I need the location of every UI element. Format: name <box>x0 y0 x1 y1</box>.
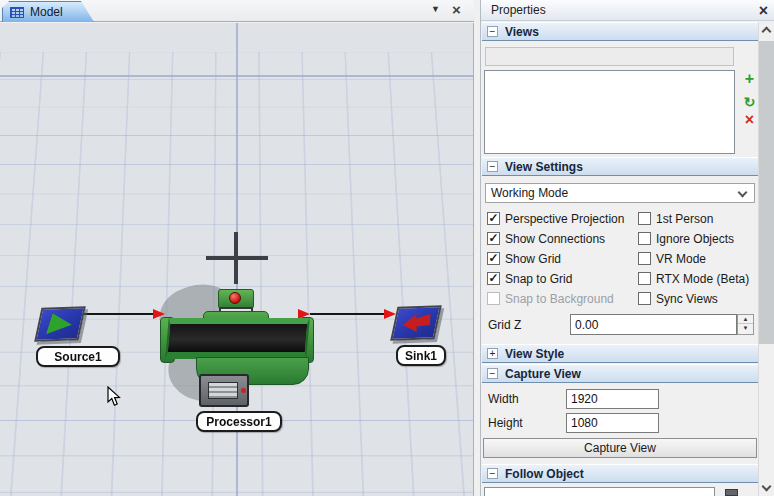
section-header-views[interactable]: − Views <box>482 22 758 41</box>
checkbox-label: Perspective Projection <box>505 212 624 226</box>
scrollbar-thumb[interactable] <box>759 41 774 344</box>
add-view-icon[interactable]: + <box>741 71 758 88</box>
section-header-capture-view[interactable]: − Capture View <box>482 364 758 383</box>
checkbox-label: Ignore Objects <box>656 232 734 246</box>
mouse-cursor-icon <box>107 386 121 407</box>
checkbox-box: ✓ <box>487 232 500 245</box>
section-header-view-style[interactable]: + View Style <box>482 344 758 363</box>
object-processor1[interactable] <box>165 318 310 359</box>
checkbox-rtx-mode[interactable]: RTX Mode (Beta) <box>638 271 749 286</box>
checkbox-box: ✓ <box>487 212 500 225</box>
properties-title-bar: Properties × <box>481 0 774 21</box>
tab-model[interactable]: Model <box>2 1 94 22</box>
checkbox-label: RTX Mode (Beta) <box>656 272 749 286</box>
object-sink1[interactable] <box>390 305 442 341</box>
checkbox-sync-views[interactable]: Sync Views <box>638 291 718 306</box>
object-source1[interactable] <box>34 306 86 342</box>
chevron-down-icon <box>738 188 748 198</box>
collapse-icon[interactable]: − <box>487 468 498 479</box>
connection-source-processor <box>84 313 158 315</box>
checkbox-label: Show Grid <box>505 252 561 266</box>
processor-control-led-icon <box>241 388 246 393</box>
section-title: View Settings <box>505 160 583 174</box>
sink-arrow-icon <box>402 310 430 334</box>
checkbox-box <box>487 292 500 305</box>
checkbox-box: ✓ <box>487 252 500 265</box>
model-3d-viewport[interactable]: Source1 Processor1 Sink1 <box>0 23 474 496</box>
view-name-input[interactable] <box>485 47 734 66</box>
processor-light-icon <box>229 292 241 304</box>
checkbox-box <box>638 212 651 225</box>
section-title: View Style <box>505 347 564 361</box>
object-label-processor1: Processor1 <box>196 411 282 432</box>
checkbox-show-connections[interactable]: ✓ Show Connections <box>487 231 605 246</box>
checkbox-label: Snap to Background <box>505 292 614 306</box>
view-mode-dropdown[interactable]: Working Mode <box>485 183 755 203</box>
section-title: Capture View <box>505 367 581 381</box>
processor-control-screen <box>208 382 238 399</box>
capture-width-label: Width <box>488 392 519 406</box>
checkbox-snap-to-background: Snap to Background <box>487 291 614 306</box>
section-title: Follow Object <box>505 467 584 481</box>
properties-close-icon[interactable]: × <box>759 0 768 21</box>
tab-bar: Model ▼ × <box>0 0 474 22</box>
object-label-source1: Source1 <box>36 346 120 367</box>
expand-icon[interactable]: + <box>487 348 498 359</box>
capture-height-input[interactable] <box>566 413 659 433</box>
checkbox-snap-to-grid[interactable]: ✓ Snap to Grid <box>487 271 572 286</box>
grid-z-label: Grid Z <box>488 318 521 332</box>
properties-panel: Properties × − Views + ↻ × − View Settin… <box>480 0 774 496</box>
section-title: Views <box>505 25 539 39</box>
properties-scrollbar[interactable] <box>758 22 774 496</box>
checkbox-box <box>638 292 651 305</box>
section-header-view-settings[interactable]: − View Settings <box>482 157 758 176</box>
spin-down-icon[interactable]: ▼ <box>738 324 753 333</box>
checkbox-label: VR Mode <box>656 252 706 266</box>
scroll-up-icon[interactable] <box>759 22 774 38</box>
tab-list-dropdown-icon[interactable]: ▼ <box>431 4 440 14</box>
refresh-views-icon[interactable]: ↻ <box>741 94 758 111</box>
spin-up-icon[interactable]: ▲ <box>738 315 753 324</box>
checkbox-perspective-projection[interactable]: ✓ Perspective Projection <box>487 211 624 226</box>
scroll-down-icon[interactable] <box>759 480 774 496</box>
source-play-icon <box>46 313 75 336</box>
crosshair-vertical <box>234 232 238 284</box>
tab-close-icon[interactable]: × <box>452 1 461 18</box>
connection-processor-sink <box>310 313 388 315</box>
delete-view-icon[interactable]: × <box>741 112 758 129</box>
checkbox-box <box>638 272 651 285</box>
checkbox-label: Sync Views <box>656 292 718 306</box>
sampler-icon[interactable] <box>725 489 738 496</box>
follow-object-input[interactable] <box>484 487 715 496</box>
capture-height-label: Height <box>488 416 523 430</box>
checkbox-ignore-objects[interactable]: Ignore Objects <box>638 231 734 246</box>
checkbox-label: Snap to Grid <box>505 272 572 286</box>
tab-model-label: Model <box>30 5 63 19</box>
checkbox-label: Show Connections <box>505 232 605 246</box>
object-label-sink1: Sink1 <box>396 345 446 366</box>
grid-z-input[interactable] <box>570 314 737 335</box>
checkbox-box <box>638 232 651 245</box>
properties-title: Properties <box>491 3 546 17</box>
checkbox-show-grid[interactable]: ✓ Show Grid <box>487 251 561 266</box>
grid-z-spinner: ▲ ▼ <box>737 314 754 335</box>
capture-view-button[interactable]: Capture View <box>483 438 757 458</box>
model-grid-icon <box>10 7 24 18</box>
checkbox-vr-mode[interactable]: VR Mode <box>638 251 706 266</box>
collapse-icon[interactable]: − <box>487 161 498 172</box>
capture-width-input[interactable] <box>566 389 659 409</box>
checkbox-label: 1st Person <box>656 212 713 226</box>
view-mode-value: Working Mode <box>491 186 568 200</box>
simulation-app-window: Model ▼ × Source1 <box>0 0 774 496</box>
views-listbox[interactable] <box>484 70 735 154</box>
collapse-icon[interactable]: − <box>487 26 498 37</box>
collapse-icon[interactable]: − <box>487 368 498 379</box>
processor-control-box <box>199 374 249 407</box>
section-header-follow-object[interactable]: − Follow Object <box>482 464 758 483</box>
checkbox-1st-person[interactable]: 1st Person <box>638 211 713 226</box>
checkbox-box <box>638 252 651 265</box>
checkbox-box: ✓ <box>487 272 500 285</box>
